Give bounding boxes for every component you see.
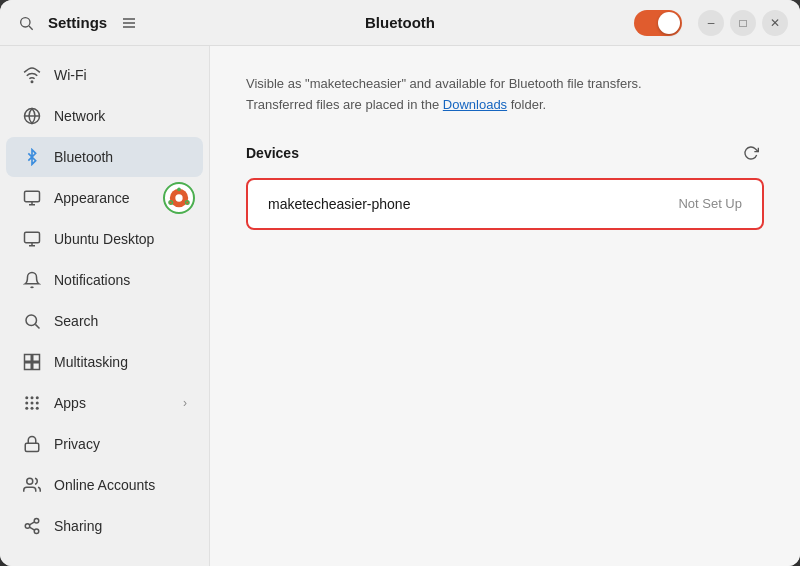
- search-icon[interactable]: [12, 9, 40, 37]
- svg-point-32: [31, 407, 34, 410]
- network-icon: [22, 106, 42, 126]
- svg-point-29: [31, 402, 34, 405]
- settings-window: Settings Bluetooth – □ ✕: [0, 0, 800, 566]
- sidebar: Wi-Fi Network Bluetooth: [0, 46, 210, 566]
- wifi-icon: [22, 65, 42, 85]
- sidebar-item-notifications[interactable]: Notifications: [6, 260, 203, 300]
- bluetooth-icon: [22, 147, 42, 167]
- sidebar-item-network[interactable]: Network: [6, 96, 203, 136]
- svg-point-30: [36, 402, 39, 405]
- titlebar: Settings Bluetooth – □ ✕: [0, 0, 800, 46]
- refresh-button[interactable]: [738, 140, 764, 166]
- bluetooth-description: Visible as "maketecheasier" and availabl…: [246, 74, 764, 116]
- sidebar-item-sharing[interactable]: Sharing: [6, 506, 203, 546]
- sidebar-item-notifications-label: Notifications: [54, 272, 130, 288]
- multitasking-icon: [22, 352, 42, 372]
- sidebar-item-search[interactable]: Search: [6, 301, 203, 341]
- bluetooth-toggle[interactable]: [634, 10, 682, 36]
- sharing-icon: [22, 516, 42, 536]
- svg-point-35: [27, 478, 33, 484]
- sidebar-item-appearance[interactable]: Appearance: [6, 178, 203, 218]
- sidebar-item-network-label: Network: [54, 108, 105, 124]
- svg-point-14: [185, 201, 189, 205]
- sidebar-item-appearance-label: Appearance: [54, 190, 130, 206]
- maximize-button[interactable]: □: [730, 10, 756, 36]
- sidebar-item-multitasking[interactable]: Multitasking: [6, 342, 203, 382]
- titlebar-settings-label: Settings: [48, 14, 107, 31]
- ubuntu-desktop-icon: [22, 229, 42, 249]
- sidebar-item-apps[interactable]: Apps ›: [6, 383, 203, 423]
- svg-point-33: [36, 407, 39, 410]
- sidebar-item-wifi-label: Wi-Fi: [54, 67, 87, 83]
- devices-section-header: Devices: [246, 140, 764, 166]
- sidebar-item-apps-label: Apps: [54, 395, 86, 411]
- svg-point-19: [26, 315, 37, 326]
- svg-point-36: [34, 519, 39, 524]
- svg-point-25: [25, 396, 28, 399]
- device-row: maketecheasier-phone Not Set Up: [248, 180, 762, 228]
- search-sidebar-icon: [22, 311, 42, 331]
- notifications-icon: [22, 270, 42, 290]
- svg-rect-16: [25, 232, 40, 243]
- content-area: Wi-Fi Network Bluetooth: [0, 46, 800, 566]
- sidebar-item-ubuntu-desktop[interactable]: Ubuntu Desktop: [6, 219, 203, 259]
- minimize-button[interactable]: –: [698, 10, 724, 36]
- svg-point-13: [177, 187, 181, 191]
- bluetooth-main-panel: Visible as "maketecheasier" and availabl…: [210, 46, 800, 566]
- devices-label: Devices: [246, 145, 299, 161]
- sidebar-item-ubuntu-desktop-label: Ubuntu Desktop: [54, 231, 154, 247]
- svg-rect-21: [25, 355, 32, 362]
- svg-rect-8: [25, 191, 40, 202]
- svg-rect-22: [33, 355, 40, 362]
- bluetooth-panel-title: Bluetooth: [212, 14, 588, 31]
- svg-point-0: [21, 17, 30, 26]
- svg-point-28: [25, 402, 28, 405]
- sidebar-item-privacy[interactable]: Privacy: [6, 424, 203, 464]
- svg-point-26: [31, 396, 34, 399]
- titlebar-right: – □ ✕: [588, 10, 788, 36]
- sidebar-item-online-accounts-label: Online Accounts: [54, 477, 155, 493]
- svg-line-1: [29, 26, 33, 30]
- appearance-icon: [22, 188, 42, 208]
- svg-line-39: [29, 527, 34, 530]
- svg-rect-23: [25, 363, 32, 370]
- svg-line-20: [35, 324, 39, 328]
- downloads-link[interactable]: Downloads: [443, 97, 507, 112]
- sidebar-item-bluetooth-label: Bluetooth: [54, 149, 113, 165]
- bluetooth-description-line2: Transferred files are placed in the: [246, 97, 443, 112]
- close-button[interactable]: ✕: [762, 10, 788, 36]
- apps-chevron-icon: ›: [183, 396, 187, 410]
- svg-line-40: [29, 522, 34, 525]
- sidebar-item-wifi[interactable]: Wi-Fi: [6, 55, 203, 95]
- device-name: maketecheasier-phone: [268, 196, 410, 212]
- sidebar-item-online-accounts[interactable]: Online Accounts: [6, 465, 203, 505]
- bluetooth-description-line3: folder.: [507, 97, 546, 112]
- sidebar-item-sharing-label: Sharing: [54, 518, 102, 534]
- svg-point-5: [31, 81, 33, 83]
- svg-point-31: [25, 407, 28, 410]
- online-accounts-icon: [22, 475, 42, 495]
- svg-point-15: [169, 201, 173, 205]
- bluetooth-description-line1: Visible as "maketecheasier" and availabl…: [246, 76, 642, 91]
- hamburger-icon[interactable]: [115, 9, 143, 37]
- apps-icon: [22, 393, 42, 413]
- toggle-knob: [658, 12, 680, 34]
- svg-point-12: [175, 194, 182, 201]
- sidebar-item-bluetooth[interactable]: Bluetooth: [6, 137, 203, 177]
- sidebar-item-search-label: Search: [54, 313, 98, 329]
- svg-point-37: [25, 524, 30, 529]
- svg-point-27: [36, 396, 39, 399]
- svg-point-38: [34, 529, 39, 534]
- svg-rect-24: [33, 363, 40, 370]
- sidebar-item-multitasking-label: Multitasking: [54, 354, 128, 370]
- privacy-icon: [22, 434, 42, 454]
- device-status: Not Set Up: [678, 196, 742, 211]
- ubuntu-avatar: [163, 182, 195, 214]
- svg-rect-34: [25, 443, 39, 451]
- titlebar-left: Settings: [12, 9, 212, 37]
- device-card[interactable]: maketecheasier-phone Not Set Up: [246, 178, 764, 230]
- sidebar-item-privacy-label: Privacy: [54, 436, 100, 452]
